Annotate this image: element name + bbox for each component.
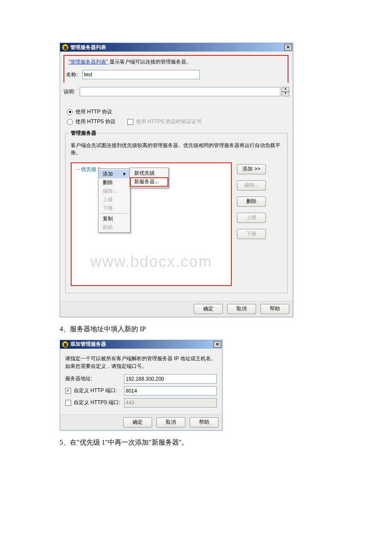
radio-http[interactable]: 使用 HTTP 协议: [67, 108, 289, 116]
delete-button[interactable]: 删除: [237, 197, 266, 207]
edit-button: 编辑...: [237, 180, 266, 191]
add-submenu: 新优先级 新服务器...: [130, 168, 169, 188]
desc-label: 说明:: [63, 88, 80, 95]
add-button[interactable]: 添加 >>: [237, 164, 266, 174]
groupbox-title: 管理服务器: [69, 130, 98, 137]
desc-input[interactable]: [80, 87, 280, 96]
https-port-checkbox-row[interactable]: 自定义 HTTPS 端口:: [65, 399, 124, 406]
name-input[interactable]: [82, 70, 200, 79]
add-server-dialog: ▆ 添加管理服务器 ✕ 请指定一个可以被所有客户端解析的管理服务器 IP 地址或…: [60, 340, 222, 431]
dialog-title: 管理服务器列表: [70, 44, 106, 51]
menu-delete[interactable]: 删除: [98, 178, 130, 187]
help-button[interactable]: 帮助: [260, 304, 289, 314]
menu-up: 上移: [98, 195, 130, 204]
help-button-2[interactable]: 帮助: [190, 417, 219, 428]
addr-label: 服务器地址:: [65, 375, 124, 382]
titlebar: ▆ 管理服务器列表 ✕: [60, 43, 293, 52]
name-label: 名称:: [66, 71, 82, 78]
moveup-button: 上移: [237, 213, 266, 223]
shield-icon: ▆: [62, 341, 69, 348]
ok-button-2[interactable]: 确定: [123, 417, 152, 428]
checkbox-unchecked-icon: [65, 400, 71, 406]
menu-new-server[interactable]: 新服务器...: [130, 177, 168, 187]
close-icon[interactable]: ✕: [284, 44, 292, 51]
ok-button[interactable]: 确定: [194, 304, 223, 314]
cancel-button[interactable]: 取消: [227, 304, 256, 314]
menu-paste: 粘贴: [98, 223, 130, 231]
doc-step-4: 4、服务器地址中填入新的 IP: [60, 325, 332, 334]
desc-spinner[interactable]: ▲ ▼: [282, 87, 289, 96]
verify-label: 使用 HTTPS 协议时验证证书: [136, 118, 202, 125]
groupbox-hint: 客户端会先试图连接到优先级较高的管理服务器。优先级相同的管理服务器将运行自动负载…: [71, 142, 283, 156]
http-port-input[interactable]: [124, 386, 217, 396]
submenu-arrow-icon: [124, 172, 126, 176]
server-list-dialog: ▆ 管理服务器列表 ✕ "管理服务器列表" 显示客户端可以连接的管理服务器。 名…: [60, 43, 293, 317]
server-groupbox: 管理服务器 客户端会先试图连接到优先级较高的管理服务器。优先级相同的管理服务器将…: [65, 133, 288, 293]
context-menu: 添加 删除 编辑... 上移 下移 复制 粘贴: [98, 168, 130, 233]
shield-icon: ▆: [62, 44, 69, 51]
checkbox-verify: [127, 119, 133, 125]
dialog-hint: "管理服务器列表" 显示客户端可以连接的管理服务器。: [69, 58, 286, 66]
titlebar-2: ▆ 添加管理服务器 ✕: [60, 340, 222, 349]
dialog2-title: 添加管理服务器: [70, 341, 106, 348]
radio-https[interactable]: 使用 HTTPS 协议 使用 HTTPS 协议时验证证书: [67, 118, 289, 125]
http-port-checkbox-row[interactable]: 自定义 HTTP 端口:: [65, 387, 124, 394]
spinner-up-icon[interactable]: ▲: [282, 87, 289, 92]
dialog2-hint: 请指定一个可以被所有客户端解析的管理服务器 IP 地址或主机名。如果您需要自定义…: [65, 355, 217, 370]
addr-input[interactable]: [124, 374, 217, 384]
checkbox-checked-icon: [65, 388, 71, 394]
menu-add[interactable]: 添加: [98, 170, 130, 178]
close-icon[interactable]: ✕: [213, 341, 221, 348]
movedown-button: 下移: [237, 229, 266, 239]
menu-copy[interactable]: 复制: [98, 214, 130, 223]
doc-step-5: 5、在"优先级 1"中再一次添加"新服务器"。: [60, 438, 332, 447]
watermark: www.bdocx.com: [72, 253, 231, 271]
https-port-input: [124, 398, 217, 408]
menu-edit: 编辑...: [98, 187, 130, 195]
spinner-down-icon[interactable]: ▼: [282, 92, 289, 96]
radio-unchecked-icon: [67, 119, 73, 125]
menu-separator: [100, 213, 128, 214]
priority-tree[interactable]: 优先级 1 添加 删除 编辑... 上移 下移: [71, 162, 232, 286]
radio-checked-icon: [67, 109, 73, 115]
menu-down: 下移: [98, 204, 130, 212]
tree-node-priority1[interactable]: 优先级 1: [75, 166, 101, 172]
menu-new-priority[interactable]: 新优先级: [130, 169, 168, 177]
cancel-button-2[interactable]: 取消: [156, 417, 185, 428]
